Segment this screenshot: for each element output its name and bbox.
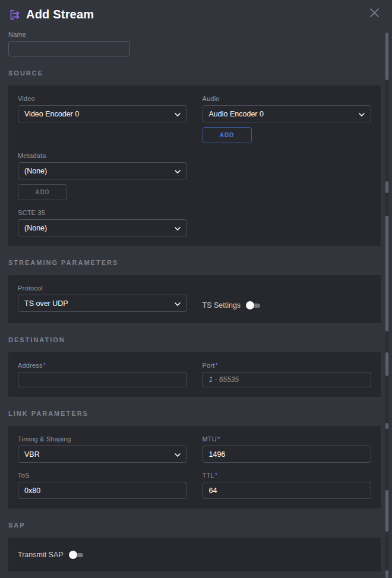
audio-label: Audio	[203, 95, 372, 102]
metadata-select[interactable]: (None)	[18, 162, 187, 179]
video-select[interactable]: Video Encoder 0	[18, 105, 187, 122]
ttl-field-group: TTL*	[203, 472, 372, 499]
port-label: Port*	[203, 362, 372, 369]
chevron-down-icon	[175, 450, 181, 459]
chevron-down-icon	[175, 110, 181, 118]
source-panel: Video Video Encoder 0 Audio Audio Encode…	[8, 86, 381, 246]
mtu-label: MTU*	[203, 435, 372, 443]
scrollbar-thumb	[385, 570, 388, 578]
scrollbar-thumb	[385, 490, 388, 532]
protocol-label: Protocol	[18, 285, 187, 292]
transmit-sap-toggle[interactable]	[69, 551, 83, 559]
scrollbar-thumb	[385, 423, 388, 429]
dialog-header: Add Stream	[8, 0, 383, 21]
section-title-streaming-parameters: STREAMING PARAMETERS	[8, 259, 383, 266]
video-field-group: Video Video Encoder 0	[18, 95, 187, 143]
ts-settings-toggle[interactable]	[246, 301, 260, 309]
scrollbar-thumb	[385, 352, 388, 376]
tos-field-group: ToS	[18, 472, 187, 499]
required-asterisk: *	[215, 472, 217, 479]
metadata-label: Metadata	[18, 152, 187, 159]
tos-input[interactable]	[18, 482, 187, 499]
video-label: Video	[18, 95, 187, 102]
name-label: Name	[8, 31, 383, 38]
stream-output-icon	[8, 8, 21, 21]
address-field-group: Address*	[18, 362, 187, 387]
timing-shaping-select-value: VBR	[24, 450, 40, 459]
close-icon[interactable]	[368, 7, 381, 20]
name-field-group: Name	[8, 31, 383, 56]
scte35-label: SCTE 35	[18, 209, 187, 216]
add-audio-button[interactable]: ADD	[203, 127, 252, 143]
required-asterisk: *	[43, 362, 46, 369]
section-title-source: SOURCE	[8, 70, 383, 77]
chevron-down-icon	[175, 167, 181, 175]
toggle-knob	[246, 301, 254, 309]
streaming-parameters-panel: Protocol TS over UDP TS Settings	[8, 275, 381, 323]
toggle-knob	[69, 551, 77, 559]
scte35-select[interactable]: (None)	[18, 219, 187, 236]
dialog-title: Add Stream	[26, 8, 94, 21]
mtu-input[interactable]	[203, 446, 372, 463]
sap-panel: Transmit SAP	[8, 538, 381, 571]
chevron-down-icon	[359, 110, 365, 118]
protocol-field-group: Protocol TS over UDP	[18, 285, 187, 314]
chevron-down-icon	[175, 299, 181, 308]
link-parameters-panel: Timing & Shaping VBR MTU* ToS TTL*	[8, 426, 381, 508]
metadata-field-group: Metadata (None) ADD	[18, 152, 187, 200]
tos-label: ToS	[18, 472, 187, 479]
audio-select-value: Audio Encoder 0	[209, 110, 264, 118]
scte35-field-group: SCTE 35 (None)	[18, 209, 187, 236]
chevron-down-icon	[175, 224, 181, 232]
video-select-value: Video Encoder 0	[24, 110, 79, 118]
destination-panel: Address* Port*	[8, 352, 381, 397]
ttl-label: TTL*	[203, 472, 372, 479]
mtu-field-group: MTU*	[203, 435, 372, 463]
port-field-group: Port*	[203, 362, 372, 387]
port-input[interactable]	[203, 372, 372, 387]
section-title-link-parameters: LINK PARAMETERS	[8, 410, 383, 417]
transmit-sap-row: Transmit SAP	[18, 551, 83, 559]
timing-shaping-select[interactable]: VBR	[18, 446, 187, 463]
ts-settings-label: TS Settings	[203, 301, 241, 309]
name-input[interactable]	[8, 41, 130, 56]
scrollbar[interactable]	[385, 33, 388, 578]
ttl-input[interactable]	[203, 482, 372, 499]
section-title-destination: DESTINATION	[8, 336, 383, 343]
transmit-sap-label: Transmit SAP	[18, 551, 64, 559]
scrollbar-thumb[interactable]	[385, 33, 388, 80]
audio-select[interactable]: Audio Encoder 0	[203, 105, 372, 122]
required-asterisk: *	[215, 362, 217, 369]
timing-shaping-label: Timing & Shaping	[18, 435, 187, 443]
timing-shaping-field-group: Timing & Shaping VBR	[18, 435, 187, 463]
scrollbar-thumb	[385, 181, 388, 193]
section-title-sap: SAP	[8, 522, 383, 529]
add-metadata-button: ADD	[18, 184, 67, 200]
audio-field-group: Audio Audio Encoder 0 ADD	[203, 95, 372, 143]
ts-settings-row: TS Settings	[203, 296, 372, 314]
metadata-select-value: (None)	[24, 167, 47, 175]
address-input[interactable]	[18, 372, 187, 387]
protocol-select-value: TS over UDP	[24, 299, 68, 308]
protocol-select[interactable]: TS over UDP	[18, 295, 187, 312]
required-asterisk: *	[217, 435, 220, 443]
scrollbar-thumb	[385, 216, 388, 331]
scte35-select-value: (None)	[24, 224, 47, 232]
add-stream-dialog: Add Stream Name SOURCE Video Video Encod…	[0, 0, 392, 578]
address-label: Address*	[18, 362, 187, 369]
